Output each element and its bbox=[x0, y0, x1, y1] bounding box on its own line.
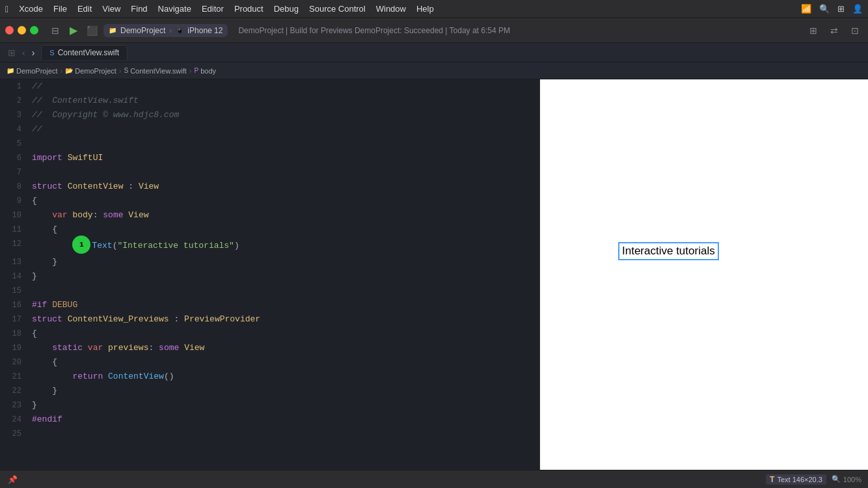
code-line-18: 18 { bbox=[0, 327, 539, 341]
code-line-5: 5 bbox=[0, 137, 539, 151]
device-icon: 📱 bbox=[176, 27, 183, 34]
tabbar: ⊞ ‹ › S ContentView.swift bbox=[0, 43, 868, 62]
code-line-9: 9 { bbox=[0, 194, 539, 208]
folder-icon: 📁 bbox=[7, 67, 14, 74]
menu-file[interactable]: File bbox=[53, 4, 67, 14]
code-line-20: 20 { bbox=[0, 355, 539, 370]
zoom-level: 100% bbox=[843, 476, 861, 483]
menu-source-control[interactable]: Source Control bbox=[309, 4, 366, 14]
property-icon: P bbox=[194, 67, 198, 74]
preview-pane: Interactive tutorials bbox=[540, 79, 868, 470]
maximize-button[interactable] bbox=[30, 26, 38, 34]
breadcrumb-file[interactable]: S ContentView.swift bbox=[124, 67, 187, 75]
code-line-24: 24 #endif bbox=[0, 413, 539, 427]
code-line-3: 3 // Copyright © www.hdjc8.com bbox=[0, 108, 539, 122]
code-line-22: 22 } bbox=[0, 384, 539, 398]
breadcrumb-sep-1: › bbox=[61, 67, 63, 75]
code-editor[interactable]: 1 // 2 // ContentView.swift 3 // Copyrig… bbox=[0, 79, 540, 470]
device-name: iPhone 12 bbox=[187, 26, 223, 35]
folder-yellow-icon: 📂 bbox=[65, 67, 73, 74]
type-badge[interactable]: T Text 146×20.3 bbox=[766, 474, 826, 485]
menu-edit[interactable]: Edit bbox=[77, 4, 92, 14]
code-line-10: 10 var body: some View bbox=[0, 208, 539, 223]
apple-menu[interactable]:  bbox=[5, 4, 8, 14]
stop-button[interactable]: ⬛ bbox=[85, 24, 98, 37]
breadcrumb-symbol[interactable]: P body bbox=[194, 67, 216, 75]
pin-icon[interactable]: 📌 bbox=[7, 474, 18, 485]
status-left: 📌 bbox=[7, 474, 761, 485]
code-line-21: 21 return ContentView() bbox=[0, 370, 539, 384]
code-line-6: 6 import SwiftUI bbox=[0, 151, 539, 165]
main-content: 1 // 2 // ContentView.swift 3 // Copyrig… bbox=[0, 79, 868, 470]
active-tab[interactable]: S ContentView.swift bbox=[41, 45, 128, 60]
menu-navigate[interactable]: Navigate bbox=[158, 4, 191, 14]
breadcrumb-group[interactable]: 📂 DemoProject bbox=[65, 67, 116, 75]
code-line-2: 2 // ContentView.swift bbox=[0, 94, 539, 108]
code-line-11: 11 { bbox=[0, 223, 539, 237]
status-right: T Text 146×20.3 🔍 100% bbox=[766, 474, 861, 485]
traffic-lights bbox=[5, 26, 38, 34]
forward-button[interactable]: › bbox=[29, 46, 38, 59]
code-line-14: 14 } bbox=[0, 269, 539, 284]
code-line-7: 7 bbox=[0, 165, 539, 180]
toolbar: ⊟ ▶ ⬛ 📁 DemoProject › 📱 iPhone 12 DemoPr… bbox=[0, 18, 868, 43]
menu-editor[interactable]: Editor bbox=[202, 4, 224, 14]
menu-debug[interactable]: Debug bbox=[274, 4, 299, 14]
code-line-17: 17 struct ContentView_Previews : Preview… bbox=[0, 312, 539, 327]
grid-view-button[interactable]: ⊞ bbox=[5, 46, 18, 59]
menu-view[interactable]: View bbox=[102, 4, 120, 14]
code-line-25: 25 bbox=[0, 427, 539, 441]
menubar:  Xcode File Edit View Find Navigate Edi… bbox=[0, 0, 868, 18]
device-selector[interactable]: 📁 DemoProject › 📱 iPhone 12 bbox=[103, 24, 228, 37]
breadcrumb-sep-3: › bbox=[189, 67, 192, 75]
menu-xcode[interactable]: Xcode bbox=[19, 4, 43, 14]
menu-product[interactable]: Product bbox=[234, 4, 264, 14]
breadcrumb-project[interactable]: 📁 DemoProject bbox=[7, 67, 58, 75]
statusbar: 📌 T Text 146×20.3 🔍 100% bbox=[0, 470, 868, 488]
breadcrumb-sep-2: › bbox=[119, 67, 122, 75]
chevron-right-icon: › bbox=[169, 26, 172, 35]
close-button[interactable] bbox=[5, 26, 14, 34]
menu-help[interactable]: Help bbox=[416, 4, 434, 14]
code-line-1: 1 // bbox=[0, 79, 539, 94]
code-line-23: 23 } bbox=[0, 398, 539, 413]
preview-text-view: Interactive tutorials bbox=[618, 242, 719, 260]
type-info: Text 146×20.3 bbox=[777, 476, 822, 483]
jump-button[interactable]: ⇄ bbox=[826, 23, 842, 38]
code-line-12: 12 1Text("Interactive tutorials") bbox=[0, 237, 539, 255]
breadcrumb: 📁 DemoProject › 📂 DemoProject › S Conten… bbox=[0, 62, 868, 79]
project-name: DemoProject bbox=[120, 26, 165, 35]
menu-window[interactable]: Window bbox=[376, 4, 406, 14]
preview-canvas: Interactive tutorials bbox=[540, 79, 868, 470]
menubar-status-icons: 📶 🔍 ⊞ 👤 bbox=[801, 4, 863, 14]
sidebar-toggle-button[interactable]: ⊟ bbox=[49, 24, 62, 37]
code-line-16: 16 #if DEBUG bbox=[0, 298, 539, 312]
type-icon: T bbox=[770, 475, 774, 484]
zoom-control[interactable]: 🔍 100% bbox=[832, 475, 861, 483]
swift-icon: S bbox=[124, 67, 129, 74]
code-line-4: 4 // bbox=[0, 122, 539, 137]
code-line-15: 15 bbox=[0, 284, 539, 298]
code-line-19: 19 static var previews: some View bbox=[0, 341, 539, 355]
minimize-button[interactable] bbox=[18, 26, 26, 34]
play-button[interactable]: ▶ bbox=[67, 24, 80, 37]
breakpoint-indicator: 1 bbox=[72, 236, 90, 254]
nav-arrows: ⊞ ‹ › bbox=[5, 46, 37, 59]
code-line-13: 13 } bbox=[0, 255, 539, 269]
build-status: DemoProject | Build for Previews DemoPro… bbox=[238, 26, 510, 35]
menu-find[interactable]: Find bbox=[131, 4, 147, 14]
back-button[interactable]: ‹ bbox=[20, 46, 28, 59]
project-icon: 📁 bbox=[109, 27, 116, 34]
split-view-button[interactable]: ⊞ bbox=[806, 23, 821, 38]
inspectors-button[interactable]: ⊡ bbox=[847, 23, 863, 38]
code-line-8: 8 struct ContentView : View bbox=[0, 180, 539, 194]
tab-filename: ContentView.swift bbox=[58, 48, 120, 57]
swift-file-icon: S bbox=[49, 49, 54, 57]
zoom-decrease-button[interactable]: 🔍 bbox=[832, 475, 841, 483]
